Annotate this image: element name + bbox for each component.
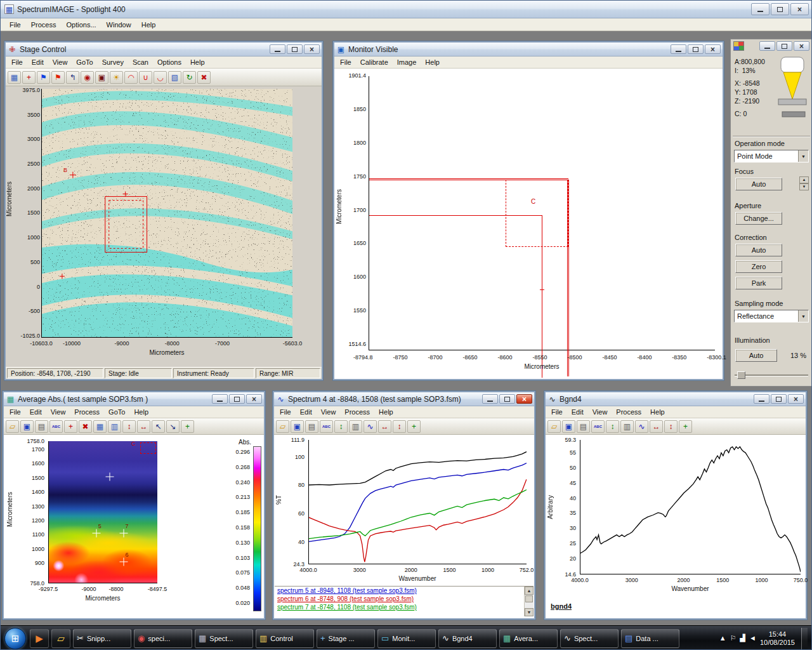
menu-item-edit[interactable]: Edit (25, 407, 46, 418)
spin-down-icon[interactable]: ▼ (799, 183, 809, 190)
taskbar-clock[interactable]: 15:44 10/08/2015 (760, 630, 795, 647)
taskbar-button-speci[interactable]: ◉speci... (134, 629, 192, 648)
map-cross-6[interactable]: 6 (119, 557, 128, 566)
expand-vertical-icon[interactable]: ↕ (122, 420, 136, 433)
focus-auto-button[interactable]: Auto (735, 178, 782, 190)
menu-item-survey[interactable]: Survey (98, 57, 128, 68)
correction-park-button[interactable]: Park (735, 277, 782, 289)
annotate-abc-icon[interactable]: ABC (320, 420, 333, 433)
file-explorer-icon[interactable]: ▱ (51, 629, 70, 648)
save-icon[interactable]: ▣ (20, 420, 34, 433)
scan-area-icon[interactable]: ▧ (168, 71, 181, 84)
save-icon[interactable]: ▣ (291, 420, 304, 433)
marker-cross-icon[interactable]: + (64, 420, 77, 433)
menu-item-help[interactable]: Help (421, 57, 444, 68)
menu-item-file[interactable]: File (4, 19, 26, 30)
restore-button[interactable] (771, 394, 787, 404)
bgnd-plot-area[interactable] (580, 440, 801, 574)
move-axes-icon[interactable]: + (679, 420, 692, 433)
restore-button[interactable] (287, 44, 303, 54)
bgnd-footer-label[interactable]: bgnd4 (551, 602, 572, 610)
correction-auto-button[interactable]: Auto (735, 244, 782, 256)
goto-blue-flag-icon[interactable]: ⚑ (37, 71, 50, 84)
stage-titlebar[interactable]: ✙ Stage Control × (6, 43, 322, 56)
joystick-icon[interactable]: ◉ (81, 71, 94, 84)
map-cross-7[interactable]: 7 (119, 529, 128, 537)
curves-icon[interactable]: ∿ (635, 420, 648, 433)
spectrum-titlebar[interactable]: ∿ Spectrum 4 at -8848, 1508 (test sample… (274, 392, 534, 406)
stop-hand-icon[interactable]: ✖ (197, 71, 211, 84)
annotate-abc-icon[interactable]: ABC (49, 420, 63, 433)
scroll-up-icon[interactable]: ▲ (525, 587, 534, 595)
taskbar-button-bgnd4[interactable]: ∿Bgnd4 (438, 629, 497, 648)
menu-item-help[interactable]: Help (129, 407, 153, 418)
expand-horizontal-icon[interactable]: ↔ (378, 420, 391, 433)
print-icon[interactable]: ▤ (35, 420, 48, 433)
close-button[interactable]: × (788, 394, 804, 404)
vertical-ruler-icon[interactable]: ↕ (334, 420, 348, 433)
menu-item-view[interactable]: View (48, 57, 72, 68)
menu-item-calibrate[interactable]: Calibrate (356, 57, 393, 68)
hidden-icons-chevron[interactable]: ▲ (719, 635, 726, 642)
start-button[interactable]: ⊞ (4, 628, 26, 649)
menu-item-file[interactable]: File (7, 57, 27, 68)
close-button[interactable]: × (790, 3, 809, 15)
vertical-ruler-icon[interactable]: ↕ (606, 420, 619, 433)
arc-upper-icon[interactable]: ◠ (124, 71, 138, 84)
taskbar-button-spect[interactable]: ∿Spect... (560, 629, 619, 648)
restore-button[interactable] (688, 44, 704, 54)
operation-mode-select[interactable]: Point Mode ▼ (734, 150, 809, 162)
menu-item-window[interactable]: Window (102, 19, 136, 30)
scroll-thumb[interactable] (525, 595, 533, 602)
copy-view-icon[interactable]: ▥ (349, 420, 362, 433)
taskbar-button-avera[interactable]: ▦Avera... (499, 629, 558, 648)
map-cross-4[interactable] (105, 472, 114, 481)
monitor-plot-area[interactable]: C (369, 76, 715, 350)
scroll-down-icon[interactable]: ▼ (525, 608, 534, 616)
show-desktop-button[interactable] (801, 628, 808, 649)
aperture-u-icon[interactable]: ∪ (139, 71, 152, 84)
menu-item-view[interactable]: View (588, 407, 612, 418)
menu-item-process[interactable]: Process (70, 407, 104, 418)
taskbar-button-spect[interactable]: ▦Spect... (195, 629, 253, 648)
media-player-icon[interactable]: ▶ (30, 629, 49, 648)
corner-upleft-icon[interactable]: ↖ (152, 420, 165, 433)
menu-item-edit[interactable]: Edit (567, 407, 588, 418)
expand-vertical-icon[interactable]: ↕ (393, 420, 406, 433)
map-cross-5[interactable]: 5 (93, 529, 101, 537)
restore-button[interactable] (776, 41, 792, 51)
table-view-icon[interactable]: ▥ (108, 420, 121, 433)
volume-icon[interactable]: ◄ (749, 635, 756, 642)
network-icon[interactable]: ▟ (740, 635, 745, 642)
dropdown-arrow-icon[interactable]: ▼ (798, 150, 808, 162)
menu-item-help[interactable]: Help (186, 57, 209, 68)
spin-up-icon[interactable]: ▲ (799, 176, 809, 183)
minimize-button[interactable] (482, 394, 498, 404)
taskbar-button-data[interactable]: ▤Data ... (621, 629, 679, 648)
menu-item-file[interactable]: File (275, 407, 296, 418)
illumination-slider-track[interactable] (735, 375, 808, 376)
menu-item-goto[interactable]: GoTo (72, 57, 97, 68)
menu-item-goto[interactable]: GoTo (104, 407, 129, 418)
grid-map-icon[interactable]: ▦ (93, 420, 107, 433)
illumination-slider-knob[interactable] (737, 371, 745, 379)
taskbar-button-monit[interactable]: ▭Monit... (377, 629, 436, 648)
minimize-button[interactable] (671, 44, 686, 54)
delete-marker-icon[interactable]: ✖ (79, 420, 92, 433)
spectrum-list-item[interactable]: spectrum 5 at -8948, 1108 (test sample s… (275, 587, 534, 595)
menu-item-options[interactable]: Options... (61, 19, 101, 30)
dropdown-arrow-icon[interactable]: ▼ (798, 310, 808, 322)
restore-button[interactable] (771, 3, 789, 15)
expand-horizontal-icon[interactable]: ↔ (650, 420, 663, 433)
menu-item-help[interactable]: Help (136, 19, 161, 30)
copy-view-icon[interactable]: ▥ (620, 420, 634, 433)
open-icon[interactable]: ▱ (276, 420, 289, 433)
move-axes-icon[interactable]: + (181, 420, 194, 433)
expand-horizontal-icon[interactable]: ↔ (137, 420, 150, 433)
save-icon[interactable]: ▣ (562, 420, 575, 433)
menu-item-scan[interactable]: Scan (128, 57, 153, 68)
spectrum-plot-area[interactable] (308, 440, 527, 564)
corner-downright-icon[interactable]: ↘ (166, 420, 180, 433)
arc-lower-icon[interactable]: ◡ (154, 71, 167, 84)
minimize-button[interactable] (270, 44, 285, 54)
